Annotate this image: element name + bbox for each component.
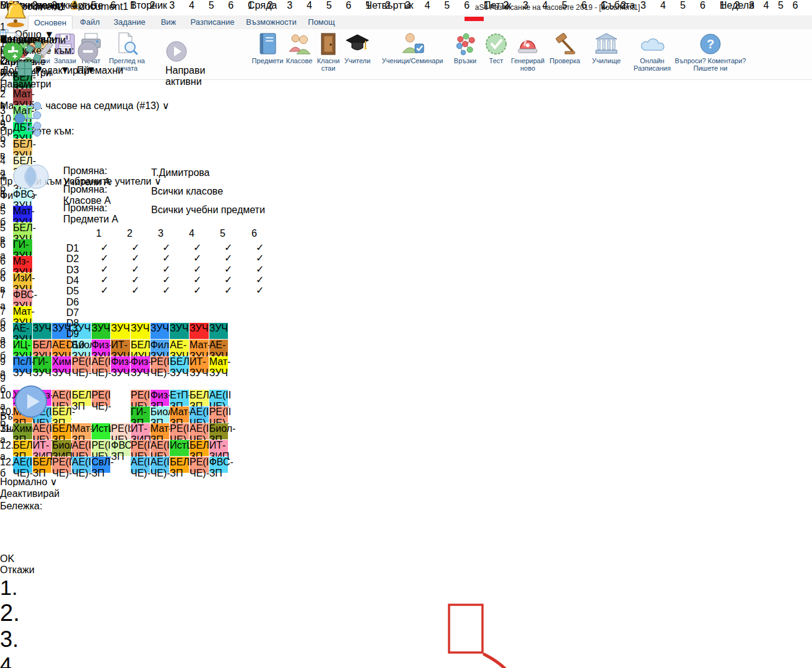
timetable-cell[interactable]: РЕ(IIЧЕ)- [52,457,71,473]
timetable-cell[interactable]: БЕЛ-ИУЧ [131,340,150,356]
timetable-cell[interactable]: ИстЦ- ЗП [170,440,189,456]
check-icon[interactable]: ✓ [162,263,172,275]
menu-tab-4[interactable]: Разписание [184,15,241,29]
check-icon[interactable]: ✓ [224,284,234,296]
timetable-cell[interactable]: Физ-ЗУЧ [111,356,130,372]
timetable-cell[interactable]: ЗУЧ [190,323,209,339]
timetable-cell[interactable]: БЕЛ-ЗП [72,390,91,406]
ok-button[interactable]: OK [0,553,812,565]
timetable-cell[interactable]: БЕЛ-ЗУЧ [33,340,52,356]
timetable-cell[interactable]: РЕ(IЧЕ)- [92,390,111,406]
timetable-cell[interactable]: Хим-ЗП [13,423,32,439]
timetable-cell[interactable]: ФВС-ЗУЧ [13,289,32,305]
timetable-cell[interactable]: РЕ(IЧЕ)- [151,356,170,372]
timetable-cell[interactable]: Хим-ЗУЧ [52,356,71,372]
timetable-cell[interactable]: СвЛ-ЗП [92,457,111,473]
check-icon[interactable]: ✓ [224,274,234,286]
timetable-cell[interactable]: БЕЛ-ЗП [170,457,189,473]
timetable-cell[interactable]: ИТ-ЗИП [209,440,229,456]
timetable-cell[interactable]: Мат-ЗП [151,423,170,439]
timetable-cell[interactable]: ГИ-ЗП [131,407,150,423]
timetable-cell[interactable]: ЗУЧ [111,323,130,339]
timetable-cell[interactable]: АЕ(IЧЕ)- [131,457,150,473]
timetable-cell[interactable]: ИТ-ЗУЧ [190,356,209,372]
check-icon[interactable]: ✓ [100,252,110,264]
timetable-cell[interactable]: РЕ(IЧЕ)- [111,423,130,439]
timetable-cell[interactable]: РЕ(IIЧЕ)- [190,457,209,473]
list-column-header[interactable]: Параметри [0,79,90,90]
timetable-cell[interactable]: РЕ(IЧЕ)- [170,423,189,439]
close-icon[interactable]: ✕ [0,34,8,46]
timetable-cell[interactable]: АЕ(IIЧЕ)- [92,356,111,372]
timetable-cell[interactable]: ИзИ-ЗУЧ [13,273,32,289]
timetable-cell[interactable]: ИТ-ЗИП [33,440,52,456]
timetable-cell[interactable]: Физ-ЗУЧ [92,340,111,356]
timetable-cell[interactable]: ИстЦ- ЗП [92,423,111,439]
timetable-cell[interactable]: АЕ(IIЧЕ)- [151,440,170,456]
check-icon[interactable]: ✓ [193,263,203,275]
timetable-cell[interactable]: Физ-ЗП [151,390,170,406]
timetable-cell[interactable]: ПсЛ-ЗУЧ [13,356,32,372]
check-icon[interactable]: ✓ [193,274,203,286]
timetable-cell[interactable]: РЕ(IЧЕ)- [131,440,150,456]
timetable-cell[interactable]: БЕЛ-ЗУЧ [170,356,189,372]
check-icon[interactable]: ✓ [100,274,110,286]
check-icon[interactable]: ✓ [131,274,141,286]
timetable-cell[interactable]: АЕ-ЗУЧ [209,340,229,356]
timetable-cell[interactable]: Биол-ЗП [151,407,170,423]
check-icon[interactable]: ✓ [162,284,172,296]
check-icon[interactable]: ✓ [224,252,234,264]
timetable-cell[interactable]: Мат-ЗУЧ [13,206,32,222]
menu-tab-3[interactable]: Виж [153,15,184,29]
timetable-cell[interactable]: АЕ(IIЧЕ)- [52,390,71,406]
timetable-cell[interactable]: БЕЛ-ЗУЧ [13,222,32,239]
timetable-cell[interactable]: АЕ(IЧЕ)- [151,457,170,473]
filter-change-button-1[interactable]: Промяна: Учители А [63,165,142,178]
check-icon[interactable]: ✓ [131,284,141,296]
timetable-cell[interactable]: ИТ-ЗУЧ [111,340,130,356]
timetable-cell[interactable]: БЕЛ-ЗП [33,457,52,473]
timetable-cell[interactable]: ЗУЧ [170,323,189,339]
check-icon[interactable]: ✓ [224,263,234,275]
menu-tab-1[interactable]: Файл [74,15,106,29]
timetable-cell[interactable]: Мат-ЗУЧ [209,356,229,372]
timetable-cell[interactable]: АЕ-ЗУЧ [170,340,189,356]
timetable-cell[interactable]: Фил-ЗУЧ [151,340,170,356]
check-icon[interactable]: ✓ [256,284,266,296]
check-icon[interactable]: ✓ [100,242,110,253]
timetable-cell[interactable]: ЗУЧ [92,323,111,339]
timetable-cell[interactable]: БЕЛ-ЗУЧ [13,139,32,155]
timetable-cell[interactable]: БЕЛ-ЗП [13,440,32,456]
timetable-cell[interactable]: ГИ-ЗУЧ [13,239,32,255]
deactivate-button[interactable]: Деактивирай [0,488,72,501]
timetable-cell[interactable]: ИЦ-ЗУЧ [13,340,32,356]
highlighted-slot[interactable] [465,17,484,21]
check-icon[interactable]: ✓ [256,274,266,286]
check-icon[interactable]: ✓ [193,252,203,264]
menu-tab-2[interactable]: Задание [106,15,153,29]
timetable-cell[interactable]: ФВС-ЗП [111,440,130,456]
app-logo-bell-icon[interactable] [3,1,28,28]
link-type-combo[interactable]: Макс. бр. часове на седмица (#13) ∨ [0,100,434,113]
timetable-cell[interactable]: ЗУЧ [33,323,52,339]
timetable-cell[interactable]: ЕтП-ЗП [170,390,189,406]
timetable-cell[interactable]: АЕ(IIЧЕ)- [33,423,52,439]
check-icon[interactable]: ✓ [162,274,172,286]
timetable-cell[interactable]: ФВС-ЗП [209,457,229,473]
timetable-cell[interactable]: Мат-ЗУЧ [13,306,32,322]
timetable-cell[interactable]: АЕ(IIЧЕ)- [190,423,209,439]
timetable-cell[interactable]: АЕ(IЧЕ)- [190,407,209,423]
timetable-cell[interactable]: ЗУЧ [151,323,170,339]
timetable-cell[interactable]: АЕ(IЧЕ)- [13,457,32,473]
timetable-cell[interactable]: РЕ(IЧЕ)- [72,356,91,372]
check-icon[interactable]: ✓ [193,242,203,253]
timetable-cell[interactable]: ЗУЧ [209,323,229,339]
check-icon[interactable]: ✓ [100,284,110,296]
timetable-cell[interactable]: Мат-ЗП [72,423,91,439]
timetable-cell[interactable]: Биол-ЗИП [52,440,71,456]
timetable-cell[interactable]: АЕ(IIЧЕ)- [72,440,91,456]
timetable-cell[interactable]: Биол-ЗП [209,423,229,439]
timetable-cell[interactable]: Мат-ЗП [170,407,189,423]
timetable-cell[interactable]: Мат-ЗУЧ [190,340,209,356]
check-icon[interactable]: ✓ [193,284,203,296]
